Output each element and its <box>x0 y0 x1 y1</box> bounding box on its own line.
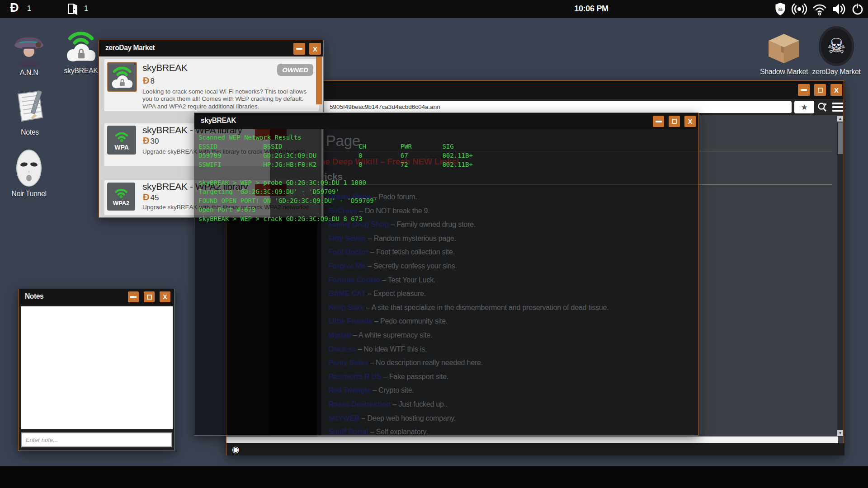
url-text: 5905f49beac9b147ca3d4acbd6c04a.ann <box>330 103 440 110</box>
doscoin-count: 1 <box>27 5 31 13</box>
currency-icon: Đ <box>143 192 149 202</box>
minimize-button[interactable] <box>653 116 664 127</box>
item-price: Đ8 <box>143 75 155 86</box>
item-name: skyBREAK <box>142 62 188 73</box>
desktop-icon-label: Shadow Market <box>759 68 809 76</box>
market-titlebar[interactable]: zeroDay Market X <box>99 40 323 56</box>
minimize-button[interactable] <box>293 43 305 55</box>
terminal-output: Scanned WEP Network Results ESSID BSSID … <box>198 133 473 223</box>
note-input[interactable] <box>21 432 172 447</box>
maximize-button[interactable] <box>669 116 680 127</box>
currency-icon: Đ <box>143 136 149 145</box>
bookmark-star-icon[interactable]: ★ <box>794 101 814 113</box>
cloud-wifi-lock-icon <box>107 62 137 92</box>
white-mask-icon <box>4 148 54 188</box>
desktop-icon-shadow-market[interactable]: Shadow Market <box>759 28 809 76</box>
search-magnifier-icon[interactable] <box>816 102 828 113</box>
owned-badge: OWNED <box>277 64 313 76</box>
item-price: Đ30 <box>143 136 159 146</box>
desktop-icon-zeroday-market[interactable]: ☠ zeroDay Market <box>811 23 862 76</box>
currency-icon: Đ <box>143 75 149 85</box>
notes-title: Notes <box>25 292 43 301</box>
clock: 10:06 PM <box>569 4 614 14</box>
broadcast-icon[interactable] <box>791 2 807 16</box>
wpa-library-icon: WPA <box>107 126 136 155</box>
bottom-taskbar <box>0 466 868 488</box>
vertical-scrollbar[interactable]: ▲ ▼ <box>837 115 844 436</box>
doscoin-icon: Đ <box>10 1 19 15</box>
notes-window: Notes X <box>18 289 175 451</box>
scroll-down-icon[interactable]: ▼ <box>837 430 843 436</box>
market-item-skybreak[interactable]: skyBREAK Đ8 Looking to crack some local … <box>104 59 319 111</box>
notes-titlebar[interactable]: Notes X <box>19 289 174 305</box>
maximize-button[interactable] <box>144 291 155 302</box>
minimize-button[interactable] <box>798 84 810 96</box>
close-button[interactable]: X <box>160 291 170 302</box>
ann-avatar-icon <box>4 29 54 67</box>
skybreak-terminal-window: skyBREAK X Scanned WEP Network Results E… <box>194 113 698 436</box>
terminal-title: skyBREAK <box>201 116 236 125</box>
notes-list-area <box>21 306 173 429</box>
cardboard-box-icon <box>759 28 809 66</box>
top-status-bar: Đ 1 1 10:06 PM ☠ <box>0 0 868 18</box>
terminal-titlebar[interactable]: skyBREAK X <box>194 113 698 129</box>
volume-icon[interactable] <box>832 2 846 16</box>
door-icon <box>67 3 80 15</box>
desktop-icon-label: A.N.N <box>4 69 54 77</box>
close-button[interactable]: X <box>830 84 842 96</box>
scrollbar-thumb[interactable] <box>838 122 843 154</box>
close-button[interactable]: X <box>309 43 321 55</box>
antivirus-shield-icon[interactable]: ☠ <box>774 2 787 16</box>
desktop-icon-label: Notes <box>5 128 55 136</box>
notepad-pen-icon <box>5 89 55 127</box>
desktop-icon-noir-tunnel[interactable]: Noir Tunnel <box>4 148 54 198</box>
desktop-icon-label: Noir Tunnel <box>4 190 54 198</box>
terminal-body[interactable]: Scanned WEP Network Results ESSID BSSID … <box>194 129 698 435</box>
item-description: Looking to crack some local Wi-Fi networ… <box>142 88 311 110</box>
icon-label: WPA2 <box>107 200 135 206</box>
menu-hamburger-icon[interactable] <box>832 103 843 112</box>
wifi-icon[interactable] <box>812 2 827 16</box>
wpa2-library-icon: WPA2 <box>107 183 135 211</box>
horizontal-scrollbar[interactable] <box>226 436 838 443</box>
door-count: 1 <box>84 5 88 13</box>
minimize-button[interactable] <box>128 291 139 302</box>
market-scrollbar-thumb[interactable] <box>316 56 322 104</box>
market-title: zeroDay Market <box>105 43 155 52</box>
skull-icon: ☠ <box>811 23 862 66</box>
scroll-up-icon[interactable]: ▲ <box>837 116 843 122</box>
desktop-icon-notes[interactable]: Notes <box>5 89 55 136</box>
desktop-icon-ann[interactable]: A.N.N <box>4 29 54 77</box>
icon-label: WPA <box>107 144 136 151</box>
maximize-button[interactable] <box>814 84 826 96</box>
power-icon[interactable] <box>851 2 864 16</box>
browser-bottom-bar: ◉ <box>226 443 844 455</box>
record-icon[interactable]: ◉ <box>232 444 240 455</box>
desktop-icon-label: zeroDay Market <box>811 68 862 76</box>
close-button[interactable]: X <box>684 116 696 127</box>
item-price: Đ45 <box>143 192 159 202</box>
svg-text:☠: ☠ <box>778 5 783 13</box>
game-desktop: Đ 1 1 10:06 PM ☠ <box>0 0 868 488</box>
